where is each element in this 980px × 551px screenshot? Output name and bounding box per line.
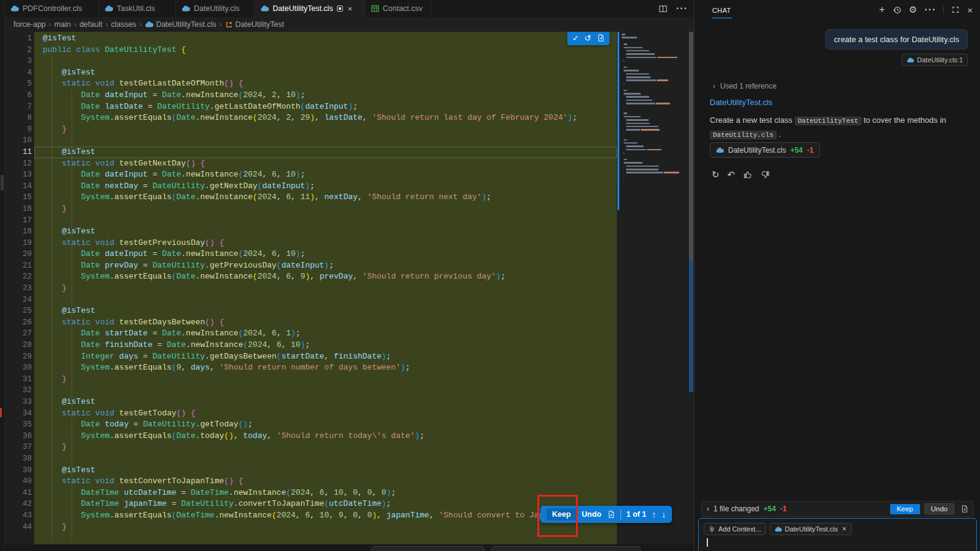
breadcrumb-separator: ›: [219, 20, 222, 29]
line-number: 21: [5, 260, 32, 272]
line-number: 7: [5, 101, 32, 113]
line-number: 10: [5, 135, 32, 147]
open-changed-file-icon[interactable]: [607, 510, 615, 519]
tab-dateutilitytest-cls[interactable]: DateUtilityTest.cls×: [255, 0, 366, 17]
breadcrumb-item[interactable]: DateUtilityTest.cls: [145, 20, 216, 29]
code-line: [34, 385, 617, 396]
code-line: System.assertEquals(Date.newInstance(202…: [34, 112, 617, 124]
add-context-label: Add Context...: [718, 525, 761, 533]
maximize-panel-icon[interactable]: [951, 5, 960, 14]
code-line: @isTest: [34, 67, 617, 79]
tab-label: Contact.csv: [383, 4, 422, 13]
scrollbar-slider[interactable]: [689, 32, 693, 261]
more-actions-icon[interactable]: ···: [676, 3, 688, 14]
tab-dateutility-cls[interactable]: DateUtility.cls: [176, 0, 255, 17]
view-changed-files-icon[interactable]: [960, 505, 968, 513]
new-chat-icon[interactable]: +: [879, 4, 885, 16]
cutoff-widget: [372, 546, 484, 551]
close-tab-icon[interactable]: ×: [348, 4, 353, 13]
next-change-icon[interactable]: ↓: [661, 509, 666, 519]
rerun-icon[interactable]: ↻: [712, 169, 720, 180]
code-line: [34, 56, 617, 67]
line-number: 35: [5, 419, 32, 431]
code-line: System.assertEquals(9, days, 'Should ret…: [34, 362, 617, 374]
code-line: System.assertEquals(DateTime.newInstance…: [34, 510, 617, 522]
changed-file-pill[interactable]: DateUtilityTest.cls +54 -1: [710, 142, 820, 158]
code-line: static void testGetPreviousDay() {: [34, 238, 617, 249]
code-line: Integer days = DateUtility.getDaysBetwee…: [34, 351, 617, 363]
code-line: static void testGetNextDay() {: [34, 158, 617, 170]
breadcrumb-label: main: [54, 20, 71, 29]
salesforce-cloud-icon: [716, 147, 724, 153]
editor-group: PDFController.clsTaskUtil.clsDateUtility…: [5, 0, 694, 551]
code-line: }: [34, 374, 617, 385]
close-panel-icon[interactable]: ×: [967, 5, 973, 15]
code-line: @isTest: [34, 33, 617, 45]
lines-added: +54: [790, 146, 803, 155]
discard-change-icon[interactable]: ↺: [584, 34, 591, 42]
thumbs-down-icon[interactable]: [761, 170, 770, 180]
breadcrumb-item[interactable]: force-app: [13, 20, 46, 29]
prompt-context-chip[interactable]: DateUtility.cls:1: [902, 54, 968, 66]
split-editor-icon[interactable]: [658, 4, 668, 13]
undo-button[interactable]: Undo: [582, 510, 602, 519]
text-caret: [707, 538, 708, 547]
breadcrumb-item[interactable]: classes: [111, 20, 136, 29]
vertical-scrollbar[interactable]: [689, 32, 693, 551]
keep-all-button[interactable]: Keep: [890, 504, 920, 514]
code-line: Date dateInput = Date.newInstance(2024, …: [34, 169, 617, 181]
line-number: 4: [5, 67, 32, 79]
code-line: static void testGetToday() {: [34, 408, 617, 420]
answer-file-link[interactable]: DateUtilityTest.cls: [710, 98, 773, 107]
remove-attachment-icon[interactable]: ×: [842, 525, 847, 533]
tab-taskutil-cls[interactable]: TaskUtil.cls: [99, 0, 176, 17]
editor-tab-bar: PDFController.clsTaskUtil.clsDateUtility…: [5, 0, 694, 17]
line-number: 14: [5, 181, 32, 192]
line-number: 42: [5, 498, 32, 510]
code-editor[interactable]: 1234567891011121314151617181920212223242…: [5, 32, 694, 551]
tab-chat[interactable]: CHAT: [712, 2, 732, 18]
undo-all-button[interactable]: Undo: [924, 503, 955, 514]
breadcrumb-item[interactable]: DateUtilityTest: [225, 20, 284, 29]
salesforce-cloud-icon: [10, 5, 19, 12]
sidebar-drag-handle[interactable]: [1, 175, 4, 191]
undo-edits-icon[interactable]: ↶: [728, 169, 735, 180]
settings-gear-icon[interactable]: ⚙: [909, 4, 917, 15]
open-file-icon[interactable]: [597, 34, 605, 42]
chevron-expand-icon[interactable]: ›: [707, 505, 709, 513]
vscode-window: PDFController.clsTaskUtil.clsDateUtility…: [0, 0, 980, 551]
line-number: 37: [5, 442, 32, 453]
history-icon[interactable]: [893, 5, 902, 15]
attached-file-chip[interactable]: DateUtilityTest.cls ×: [770, 523, 852, 535]
breadcrumb-label: default: [79, 20, 103, 29]
code-line: Date finishDate = Date.newInstance(2024,…: [34, 340, 617, 351]
class-symbol-icon: [225, 21, 233, 29]
previous-change-icon[interactable]: ↑: [652, 509, 656, 519]
accept-change-icon[interactable]: ✓: [572, 34, 579, 42]
modified-indicator-icon[interactable]: [337, 5, 343, 12]
tab-pdfcontroller-cls[interactable]: PDFController.cls: [5, 0, 99, 17]
line-number: 18: [5, 226, 32, 238]
breadcrumb-item[interactable]: main: [54, 20, 71, 29]
chat-input-box[interactable]: Add Context... DateUtilityTest.cls ×: [698, 518, 977, 551]
chat-header: CHAT + ⚙ ··· ×: [694, 0, 980, 20]
answer-text-fragment: .: [776, 130, 781, 139]
code-line: @isTest: [34, 305, 617, 317]
attached-file-label: DateUtilityTest.cls: [785, 525, 838, 533]
line-number: 29: [5, 351, 32, 363]
user-message-bubble[interactable]: create a test class for DateUtility.cls: [825, 29, 968, 49]
chat-more-icon[interactable]: ···: [924, 4, 936, 15]
code-lines: @isTestpublic class DateUtilityTest { @i…: [34, 33, 617, 533]
thumbs-up-icon[interactable]: [743, 170, 753, 180]
add-context-chip[interactable]: Add Context...: [704, 523, 766, 535]
used-references-label: Used 1 reference: [720, 82, 776, 90]
code-line: @isTest: [34, 226, 617, 238]
tab-label: PDFController.cls: [23, 4, 82, 13]
files-changed-label: 1 file changed: [713, 505, 759, 513]
rail-decoration: [0, 408, 2, 417]
breadcrumb-item[interactable]: default: [79, 20, 103, 29]
line-number: 19: [5, 238, 32, 249]
minimap[interactable]: [622, 33, 680, 178]
tab-contact-csv[interactable]: Contact.csv: [366, 0, 431, 17]
used-references-toggle[interactable]: › Used 1 reference: [713, 82, 776, 90]
